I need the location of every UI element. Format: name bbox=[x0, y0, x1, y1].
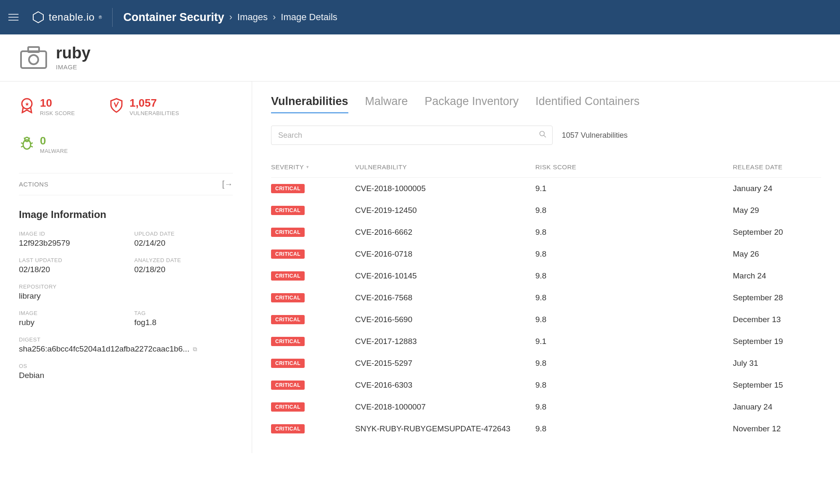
metric-risk-score: ★ 10 RISK SCORE bbox=[19, 97, 75, 116]
vulnerability-id: CVE-2019-12450 bbox=[355, 206, 535, 215]
tag-label: TAG bbox=[134, 310, 233, 316]
table-header: SEVERITY ▾ VULNERABILITY RISK SCORE RELE… bbox=[271, 157, 821, 178]
image-id-label: IMAGE ID bbox=[19, 231, 118, 237]
table-row[interactable]: CRITICALCVE-2016-56909.8December 13 bbox=[271, 309, 821, 331]
vulnerability-id: CVE-2016-6303 bbox=[355, 381, 535, 390]
table-row[interactable]: CRITICALCVE-2016-07189.8May 26 bbox=[271, 243, 821, 265]
severity-badge: CRITICAL bbox=[271, 271, 305, 281]
vulnerability-id: CVE-2016-0718 bbox=[355, 249, 535, 259]
severity-badge: CRITICAL bbox=[271, 315, 305, 324]
malware-label: MALWARE bbox=[40, 148, 68, 154]
breadcrumb-current: Image Details bbox=[281, 12, 337, 23]
severity-badge: CRITICAL bbox=[271, 249, 305, 259]
breadcrumb-images[interactable]: Images bbox=[237, 12, 268, 23]
release-date: September 19 bbox=[733, 337, 821, 346]
svg-rect-1 bbox=[21, 51, 46, 68]
release-date: September 28 bbox=[733, 293, 821, 302]
metric-vulnerabilities: 1,057 VULNERABILITIES bbox=[108, 97, 179, 116]
release-date: March 24 bbox=[733, 271, 821, 281]
image-id-value: 12f923b29579 bbox=[19, 239, 118, 248]
risk-score: 9.8 bbox=[535, 424, 733, 433]
search-box bbox=[271, 126, 553, 145]
severity-badge: CRITICAL bbox=[271, 337, 305, 346]
table-row[interactable]: CRITICALCVE-2016-101459.8March 24 bbox=[271, 265, 821, 287]
sidebar: ★ 10 RISK SCORE 1,057 VULNERABILITIES 0 … bbox=[0, 81, 252, 453]
severity-badge: CRITICAL bbox=[271, 293, 305, 302]
breadcrumb-root[interactable]: Container Security bbox=[123, 11, 224, 24]
column-vulnerability[interactable]: VULNERABILITY bbox=[355, 163, 535, 171]
column-severity-label: SEVERITY bbox=[271, 163, 304, 171]
menu-icon[interactable] bbox=[8, 12, 18, 22]
os-label: OS bbox=[19, 363, 233, 369]
risk-score: 9.8 bbox=[535, 249, 733, 259]
analyzed-date-label: ANALYZED DATE bbox=[134, 257, 233, 263]
risk-score: 9.8 bbox=[535, 381, 733, 390]
tab-package-inventory[interactable]: Package Inventory bbox=[425, 95, 519, 113]
release-date: September 15 bbox=[733, 381, 821, 390]
column-release-date[interactable]: RELEASE DATE bbox=[733, 163, 821, 171]
svg-line-9 bbox=[544, 135, 546, 137]
digest-label: DIGEST bbox=[19, 336, 233, 343]
last-updated-label: LAST UPDATED bbox=[19, 257, 118, 263]
column-risk-score[interactable]: RISK SCORE bbox=[535, 163, 733, 171]
risk-score-label: RISK SCORE bbox=[40, 110, 75, 116]
table-row[interactable]: CRITICALCVE-2018-10000059.1January 24 bbox=[271, 178, 821, 200]
brand-name: tenable.io bbox=[49, 11, 95, 23]
release-date: January 24 bbox=[733, 402, 821, 412]
divider bbox=[112, 8, 113, 27]
table-row[interactable]: CRITICALCVE-2018-10000079.8January 24 bbox=[271, 396, 821, 418]
severity-badge: CRITICAL bbox=[271, 381, 305, 390]
breadcrumb: Container Security › Images › Image Deta… bbox=[123, 11, 337, 24]
release-date: May 26 bbox=[733, 249, 821, 259]
vulnerability-id: CVE-2016-6662 bbox=[355, 228, 535, 237]
tab-identified-containers[interactable]: Identified Containers bbox=[535, 95, 640, 113]
table-row[interactable]: CRITICALCVE-2015-52979.8July 31 bbox=[271, 352, 821, 374]
risk-score: 9.1 bbox=[535, 337, 733, 346]
risk-score: 9.8 bbox=[535, 228, 733, 237]
search-input[interactable] bbox=[271, 126, 553, 145]
table-row[interactable]: CRITICALSNYK-RUBY-RUBYGEMSUPDATE-4726439… bbox=[271, 418, 821, 440]
risk-score: 9.8 bbox=[535, 359, 733, 368]
risk-score: 9.8 bbox=[535, 206, 733, 215]
export-icon[interactable]: [→ bbox=[222, 179, 233, 189]
severity-badge: CRITICAL bbox=[271, 228, 305, 237]
table-row[interactable]: CRITICALCVE-2019-124509.8May 29 bbox=[271, 200, 821, 221]
table-row[interactable]: CRITICALCVE-2016-75689.8September 28 bbox=[271, 287, 821, 309]
vulnerability-id: CVE-2016-5690 bbox=[355, 315, 535, 324]
copy-icon[interactable]: ⧉ bbox=[193, 346, 197, 353]
svg-point-3 bbox=[29, 55, 38, 64]
image-value: ruby bbox=[19, 318, 118, 327]
table-row[interactable]: CRITICALCVE-2017-128839.1September 19 bbox=[271, 331, 821, 352]
release-date: December 13 bbox=[733, 315, 821, 324]
repository-label: REPOSITORY bbox=[19, 284, 233, 290]
tab-vulnerabilities[interactable]: Vulnerabilities bbox=[271, 95, 348, 113]
metric-malware: 0 MALWARE bbox=[19, 135, 68, 154]
main-content: Vulnerabilities Malware Package Inventor… bbox=[252, 81, 840, 453]
severity-badge: CRITICAL bbox=[271, 424, 305, 433]
risk-score: 9.8 bbox=[535, 293, 733, 302]
repository-value: library bbox=[19, 291, 233, 301]
risk-score-value: 10 bbox=[40, 97, 75, 108]
camera-icon bbox=[19, 45, 48, 70]
brand-logo[interactable]: tenable.io® bbox=[32, 11, 102, 24]
vulnerabilities-value: 1,057 bbox=[129, 97, 179, 108]
svg-point-8 bbox=[540, 131, 545, 136]
risk-score: 9.8 bbox=[535, 271, 733, 281]
tab-malware[interactable]: Malware bbox=[365, 95, 408, 113]
page-title: ruby bbox=[56, 45, 90, 61]
tab-bar: Vulnerabilities Malware Package Inventor… bbox=[271, 95, 821, 114]
analyzed-date-value: 02/18/20 bbox=[134, 265, 233, 274]
table-row[interactable]: CRITICALCVE-2016-63039.8September 15 bbox=[271, 374, 821, 396]
column-severity[interactable]: SEVERITY ▾ bbox=[271, 163, 355, 171]
vulnerability-id: CVE-2018-1000007 bbox=[355, 402, 535, 412]
svg-rect-2 bbox=[28, 47, 39, 52]
page-subtitle: IMAGE bbox=[56, 63, 90, 71]
page-header: ruby IMAGE bbox=[0, 34, 840, 81]
chevron-right-icon: › bbox=[229, 12, 232, 23]
release-date: July 31 bbox=[733, 359, 821, 368]
badge-icon: ★ bbox=[19, 97, 35, 113]
table-row[interactable]: CRITICALCVE-2016-66629.8September 20 bbox=[271, 221, 821, 243]
top-bar: tenable.io® Container Security › Images … bbox=[0, 0, 840, 34]
release-date: September 20 bbox=[733, 228, 821, 237]
search-icon[interactable] bbox=[539, 131, 547, 140]
